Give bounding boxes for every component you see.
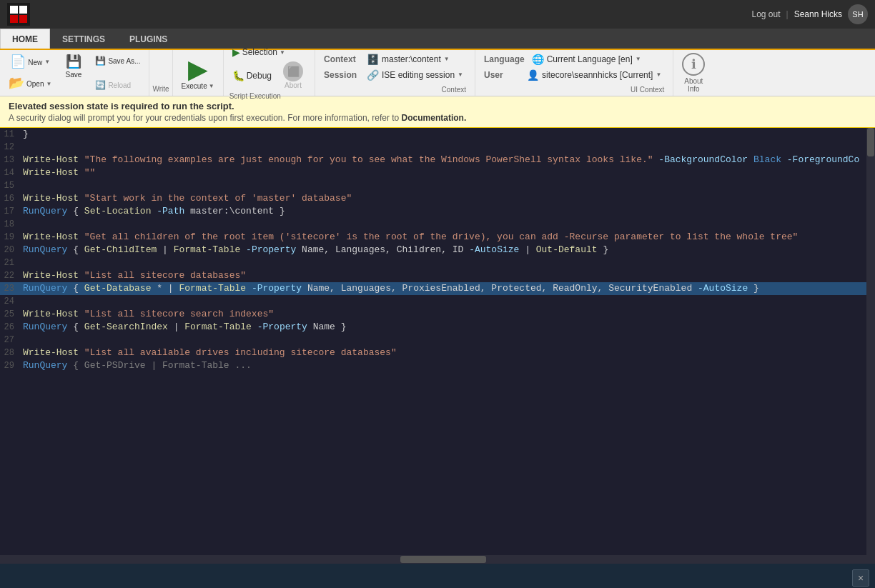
language-label: Language xyxy=(484,54,525,64)
line-number: 28 xyxy=(0,347,23,359)
open-icon: 📂 xyxy=(9,76,24,91)
code-line-24: 24 xyxy=(0,295,866,308)
line-number: 19 xyxy=(0,231,23,244)
code-line-29: 29RunQuery { Get-PSDrive | Format-Table … xyxy=(0,359,866,372)
about-button[interactable]: ℹ xyxy=(682,53,705,76)
line-number: 11 xyxy=(0,128,23,141)
abort-button[interactable]: ⬛ Abort xyxy=(277,60,309,91)
session-value[interactable]: 🔗 ISE editing session ▼ xyxy=(364,69,466,81)
reload-button[interactable]: 🔄 Reload xyxy=(91,79,135,91)
tab-settings[interactable]: SETTINGS xyxy=(50,29,117,49)
script-execution-group: ▶ Selection ▼ 🐛 Debug ⬛ Abort Script Exe… xyxy=(224,50,315,96)
about-label: About xyxy=(684,77,703,85)
tab-home[interactable]: HOME xyxy=(0,29,50,49)
write-group: 📄 New ▼ 📂 Open ▼ 💾 Save 💾 Save As... 🔄 xyxy=(0,50,149,96)
line-content: RunQuery { Get-Database * | Format-Table… xyxy=(23,282,866,295)
top-bar: Log out | Seann Hicks SH xyxy=(0,0,875,29)
open-button[interactable]: 📂 Open ▼ xyxy=(4,74,56,93)
context-value[interactable]: 🗄️ master:\content ▼ xyxy=(364,53,453,66)
close-output-button[interactable]: × xyxy=(852,569,869,587)
avatar: SH xyxy=(848,4,868,24)
session-label: Session xyxy=(324,70,360,80)
output-area: × xyxy=(0,564,875,588)
separator: | xyxy=(786,9,789,19)
code-line-26: 26RunQuery { Get-SearchIndex | Format-Ta… xyxy=(0,321,866,334)
line-content: RunQuery { Get-ChildItem | Format-Table … xyxy=(23,244,866,256)
logo-cell-1 xyxy=(10,6,18,14)
line-number: 16 xyxy=(0,192,23,205)
code-area[interactable]: 11}1213Write-Host "The following example… xyxy=(0,128,875,555)
code-wrapper: 11}1213Write-Host "The following example… xyxy=(0,128,875,564)
selection-button[interactable]: ▶ Selection ▼ xyxy=(229,46,288,59)
code-line-14: 14Write-Host "" xyxy=(0,166,866,179)
info-label: Info xyxy=(688,85,700,93)
script-execution-label: Script Execution xyxy=(229,92,281,100)
warning-desc: A security dialog will prompt you for yo… xyxy=(9,113,866,123)
user-icon: 👤 xyxy=(527,69,539,81)
reload-icon: 🔄 xyxy=(95,80,106,90)
line-content: Write-Host "Start work in the context of… xyxy=(23,192,866,205)
code-line-23: 23RunQuery { Get-Database * | Format-Tab… xyxy=(0,282,866,295)
context-label: Context xyxy=(324,54,360,64)
horizontal-scroll-thumb[interactable] xyxy=(400,556,486,563)
logout-link[interactable]: Log out xyxy=(751,9,780,19)
code-line-18: 18 xyxy=(0,218,866,231)
line-number: 13 xyxy=(0,154,23,166)
code-line-17: 17RunQuery { Set-Location -Path master:\… xyxy=(0,205,866,218)
execute-button[interactable]: ▶ xyxy=(188,56,208,82)
user-value[interactable]: 👤 sitecore\seannhicks [Current] ▼ xyxy=(524,69,664,81)
code-line-16: 16Write-Host "Start work in the context … xyxy=(0,192,866,205)
line-number: 27 xyxy=(0,334,23,347)
vertical-scroll-thumb[interactable] xyxy=(867,128,874,156)
line-number: 15 xyxy=(0,179,23,192)
save-button[interactable]: 💾 Save xyxy=(57,53,89,80)
username: Seann Hicks xyxy=(794,9,842,19)
nav-tabs: HOME SETTINGS PLUGINS xyxy=(0,29,875,50)
horizontal-scrollbar[interactable] xyxy=(0,555,866,564)
save-icon: 💾 xyxy=(66,54,81,70)
selection-icon: ▶ xyxy=(232,46,240,58)
line-content: RunQuery { Get-SearchIndex | Format-Tabl… xyxy=(23,321,866,334)
code-line-15: 15 xyxy=(0,179,866,192)
new-icon: 📄 xyxy=(10,54,26,70)
line-content: Write-Host "List all sitecore search ind… xyxy=(23,308,866,321)
documentation-link[interactable]: Documentation. xyxy=(402,113,467,123)
user-area: Log out | Seann Hicks SH xyxy=(751,4,868,24)
logo-cell-4 xyxy=(19,15,27,23)
line-number: 24 xyxy=(0,295,23,308)
line-number: 18 xyxy=(0,218,23,231)
language-group: Language 🌐 Current Language [en] ▼ User … xyxy=(475,50,673,96)
debug-button[interactable]: 🐛 Debug xyxy=(229,69,275,82)
logo-cell-2 xyxy=(19,6,27,14)
logo-cell-3 xyxy=(10,15,18,23)
tab-plugins[interactable]: PLUGINS xyxy=(117,29,179,49)
code-line-21: 21 xyxy=(0,256,866,269)
warning-bar: Elevated session state is required to ru… xyxy=(0,96,875,128)
line-content: Write-Host "List all available drives in… xyxy=(23,347,866,359)
code-line-20: 20RunQuery { Get-ChildItem | Format-Tabl… xyxy=(0,244,866,256)
abort-icon: ⬛ xyxy=(283,61,303,81)
vertical-scrollbar[interactable] xyxy=(866,128,875,564)
ui-context-label: UI Context xyxy=(484,86,664,94)
line-number: 22 xyxy=(0,269,23,282)
user-label: User xyxy=(484,70,520,80)
line-number: 26 xyxy=(0,321,23,334)
language-value[interactable]: 🌐 Current Language [en] ▼ xyxy=(529,53,644,66)
line-content: RunQuery { Get-PSDrive | Format-Table ..… xyxy=(23,359,866,372)
save-as-button[interactable]: 💾 Save As... xyxy=(91,54,144,67)
line-content: Write-Host "" xyxy=(23,166,866,179)
line-number: 21 xyxy=(0,256,23,269)
app-logo xyxy=(7,3,30,26)
context-group-label: Context xyxy=(324,86,466,94)
new-button[interactable]: 📄 New ▼ xyxy=(6,53,54,71)
line-content: Write-Host "Get all children of the root… xyxy=(23,231,866,244)
session-icon: 🔗 xyxy=(367,69,379,81)
line-number: 23 xyxy=(0,282,23,295)
save-as-icon: 💾 xyxy=(95,56,106,66)
line-number: 14 xyxy=(0,166,23,179)
code-line-13: 13Write-Host "The following examples are… xyxy=(0,154,866,166)
execute-group: ▶ Execute ▼ xyxy=(173,50,224,96)
info-group: ℹ About Info xyxy=(673,50,713,96)
warning-title: Elevated session state is required to ru… xyxy=(9,101,866,111)
line-number: 25 xyxy=(0,308,23,321)
